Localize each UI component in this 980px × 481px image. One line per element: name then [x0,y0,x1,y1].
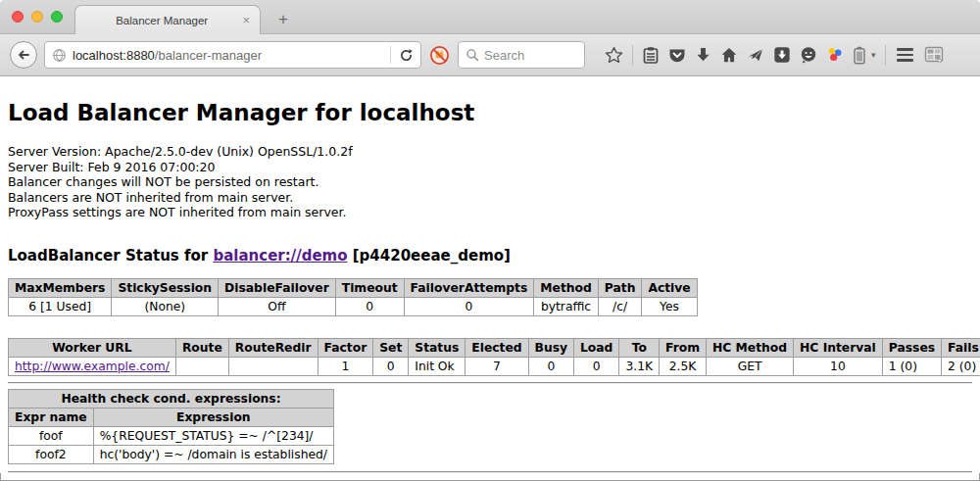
worker-status-table: Worker URLRouteRouteRedirFactorSetStatus… [8,338,980,376]
url-display[interactable]: localhost:8880/balancer-manager [73,48,390,63]
table-cell: 0 [404,297,534,315]
column-header: HC Interval [794,338,883,357]
addon-download-icon [773,46,791,64]
colored-dots-icon [826,46,844,64]
bookmarks-menu-button[interactable] [642,46,660,65]
table-cell: 1 [318,357,373,375]
plugin-blocked-icon [429,45,450,66]
table-cell: 1 (0) [882,357,941,375]
column-header: Busy [528,338,573,357]
column-header: RouteRedir [228,338,318,357]
dropdown-caret-icon[interactable]: ▾ [871,50,876,60]
worker-url-link[interactable]: http://www.example.com/ [15,360,170,373]
table-header-row: Worker URLRouteRouteRedirFactorSetStatus… [9,338,980,357]
home-icon [720,46,738,64]
close-tab-icon[interactable]: × [240,13,252,27]
pocket-button[interactable] [668,47,686,64]
new-tab-button[interactable]: + [272,10,294,29]
notice-line: ProxyPass settings are NOT inherited fro… [8,205,972,220]
table-cell: 0 [373,357,409,375]
column-header: Route [175,338,228,357]
globe-icon [52,48,67,63]
url-host: localhost:8880 [73,48,155,63]
titlebar: Balancer Manager × + [0,0,980,34]
reload-icon [399,48,414,63]
table-cell: 0 [335,297,404,315]
menu-button[interactable] [895,46,915,64]
column-header: Worker URL [9,338,176,357]
window-controls [12,11,63,23]
table-title-row: Health check cond. expressions: [9,389,334,408]
column-header: Method [534,278,598,297]
menu-icon [897,48,913,51]
balancer-status-heading: LoadBalancer Status for balancer://demo … [8,247,972,265]
tab-title: Balancer Manager [83,15,240,26]
column-header: Status [409,338,466,357]
health-table-title: Health check cond. expressions: [9,389,334,408]
battery-icon [853,46,866,65]
table-row: foof2hc('body') =~ /domain is establishe… [9,445,334,463]
table-row: 6 [1 Used](None)Off00bytraffic/c/Yes [9,297,698,315]
tab-groups-button[interactable] [924,46,944,64]
table-cell: GET [707,357,794,375]
table-row: http://www.example.com/10Init Ok7003.1K2… [9,357,980,375]
column-header: FailoverAttempts [404,278,534,297]
server-built-line: Server Built: Feb 9 2016 07:00:20 [8,160,972,175]
table-cell: %{REQUEST_STATUS} =~ /^[234]/ [93,426,333,445]
column-header: Expression [93,408,333,426]
battery-button[interactable] [853,46,866,65]
table-cell: (None) [112,297,219,315]
table-cell [228,357,318,375]
table-cell: bytraffic [534,297,598,315]
clipboard-icon [642,46,660,65]
column-header: Elected [466,338,528,357]
column-header: Factor [318,338,373,357]
table-header-row: MaxMembersStickySessionDisableFailoverTi… [9,278,698,297]
column-header: HC Method [707,338,794,357]
table-cell: Off [219,297,336,315]
back-button[interactable] [10,41,37,69]
close-window-button[interactable] [12,11,24,23]
downloads-button[interactable] [695,46,711,64]
table-cell: 3.1K [619,357,660,375]
column-header: Fails [942,338,980,357]
notice-line: Balancer changes will NOT be persisted o… [8,174,972,190]
table-cell: foof2 [9,445,94,463]
section-divider [8,471,972,473]
balancer-demo-link[interactable]: balancer://demo [213,247,347,265]
table-cell: foof [9,426,94,445]
server-version-line: Server Version: Apache/2.5.0-dev (Unix) … [8,144,972,160]
table-header-row: Expr nameExpression [9,408,334,426]
plugin-blocked-button[interactable] [429,45,450,66]
bookmark-star-button[interactable] [605,46,623,65]
addon-download-button[interactable] [773,46,791,64]
table-cell: Init Ok [409,357,466,375]
heading-prefix: LoadBalancer Status for [8,247,213,265]
column-header: Active [642,278,697,297]
download-icon [695,46,711,64]
table-cell: 2.5K [660,357,707,375]
url-path: /balancer-manager [155,48,262,63]
chat-button[interactable] [800,46,817,64]
search-input[interactable] [484,48,574,63]
extension-dots-button[interactable] [826,46,844,64]
table-cell: hc('body') =~ /domain is established/ [93,445,333,463]
zoom-window-button[interactable] [51,11,63,23]
search-bar[interactable] [458,41,585,69]
home-button[interactable] [720,46,738,64]
table-cell: 7 [466,357,528,375]
table-cell: /c/ [598,297,642,315]
column-header: Set [373,338,409,357]
server-info: Server Version: Apache/2.5.0-dev (Unix) … [8,144,972,220]
tab-balancer-manager[interactable]: Balancer Manager × [74,5,261,34]
send-tab-button[interactable] [747,46,764,64]
bookmark-star-icon [605,46,623,65]
column-header: Expr name [9,408,94,426]
minimize-window-button[interactable] [31,11,43,23]
section-divider [8,382,972,384]
column-header: Timeout [335,278,404,297]
back-icon [16,47,31,63]
health-check-table: Health check cond. expressions: Expr nam… [8,389,334,464]
url-bar[interactable]: localhost:8880/balancer-manager [44,41,421,69]
reload-button[interactable] [391,42,420,68]
